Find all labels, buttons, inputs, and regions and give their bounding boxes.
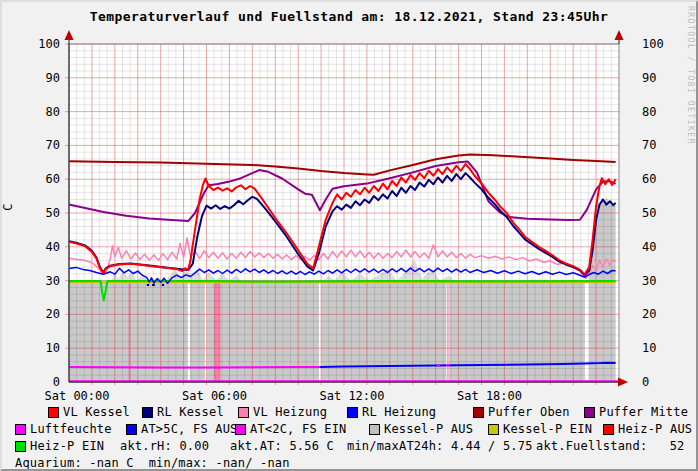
legend-label: AT<2C, FS EIN — [250, 422, 347, 436]
y-tick-label-left: 60 — [46, 172, 60, 186]
legend-row: LuftfeuchteAT>5C, FS AUSAT<2C, FS EINKes… — [15, 422, 692, 436]
chart-canvas: 0010102020303040405050606070708080909010… — [2, 2, 698, 471]
legend-label: min/maxAT24h: 4.44 / 5.75 — [347, 439, 533, 453]
legend-label: RL Heizung — [362, 405, 436, 419]
y-tick-label-left: 20 — [46, 307, 60, 321]
legend-item: AT>5C, FS AUS — [126, 422, 235, 436]
legend-stat: Aquarium: -nan C min/max: -nan/ -nan — [15, 456, 290, 470]
legend-row: VL KesselRL KesselVL HeizungRL HeizungPu… — [48, 405, 688, 419]
rrd-graph: Temperaturverlauf und Fuellstand am: 18.… — [0, 0, 698, 471]
legend-marker — [584, 407, 595, 418]
legend-item: Kessel-P AUS — [369, 422, 488, 436]
legend-stat: min/maxAT24h: 4.44 / 5.75 — [347, 439, 536, 453]
legend-item: Luftfeuchte — [15, 422, 126, 436]
legend-row: Aquarium: -nan C min/max: -nan/ -nan — [15, 456, 290, 470]
legend-label: Puffer Oben — [488, 405, 570, 419]
legend-label: Heiz-P AUS — [618, 422, 692, 436]
y-tick-label-left: 100 — [38, 37, 60, 51]
x-tick-label: Sat 12:00 — [319, 389, 384, 403]
y-tick-label-right: 50 — [642, 206, 656, 220]
legend-marker — [347, 407, 358, 418]
legend-stat: akt.Fuellstand: 52 — [536, 439, 685, 453]
legend-item: VL Kessel — [48, 405, 142, 419]
y-tick-label-right: 10 — [642, 341, 656, 355]
legend-label: Puffer Mitte — [599, 405, 688, 419]
y-tick-label-right: 20 — [642, 307, 656, 321]
legend-label: Luftfeuchte — [30, 422, 112, 436]
y-tick-label-right: 70 — [642, 138, 656, 152]
y-tick-label-left: 90 — [46, 71, 60, 85]
legend-label: akt.Fuellstand: 52 — [536, 439, 685, 453]
legend-marker — [369, 424, 380, 435]
y-tick-label-left: 70 — [46, 138, 60, 152]
legend-item: AT<2C, FS EIN — [235, 422, 369, 436]
legend-item: Puffer Oben — [473, 405, 584, 419]
heiz-p-aus-bar — [447, 281, 448, 382]
x-tick-label: Sat 18:00 — [457, 389, 522, 403]
legend-label: AT>5C, FS AUS — [141, 422, 238, 436]
legend-marker — [238, 407, 249, 418]
y-tick-label-right: 30 — [642, 274, 656, 288]
y-tick-label-right: 100 — [642, 37, 664, 51]
legend-label: Kessel-P AUS — [384, 422, 473, 436]
legend-label: Kessel-P EIN — [503, 422, 592, 436]
legend-item: Puffer Mitte — [584, 405, 688, 419]
legend-label: VL Heizung — [253, 405, 327, 419]
rrdtool-watermark: RRDTOOL / TOBI OETIKER — [686, 6, 695, 145]
legend-label: Heiz-P EIN — [30, 439, 104, 453]
y-tick-label-right: 90 — [642, 71, 656, 85]
legend-stat: akt.AT: 5.56 C — [230, 439, 347, 453]
y-tick-label-left: 80 — [46, 105, 60, 119]
legend-item: Heiz-P EIN — [15, 439, 120, 453]
legend-item: Heiz-P AUS — [603, 422, 692, 436]
legend-marker — [15, 424, 26, 435]
legend-label: Aquarium: -nan C min/max: -nan/ -nan — [15, 456, 290, 470]
y-axis-arrow-left — [65, 30, 74, 40]
legend-marker — [15, 441, 26, 452]
legend-marker — [235, 424, 246, 435]
legend-marker — [488, 424, 499, 435]
y-tick-label-right: 0 — [642, 375, 649, 389]
legend-item: RL Heizung — [347, 405, 473, 419]
legend-marker — [473, 407, 484, 418]
y-tick-label-right: 80 — [642, 105, 656, 119]
series-at-unter-2c-fs-ein — [69, 367, 320, 368]
legend-marker — [126, 424, 137, 435]
legend-item: VL Heizung — [238, 405, 347, 419]
legend-marker — [142, 407, 153, 418]
legend-label: RL Kessel — [157, 405, 224, 419]
legend-item: Kessel-P EIN — [488, 422, 603, 436]
y-tick-label-left: 0 — [53, 375, 60, 389]
y-tick-label-left: 50 — [46, 206, 60, 220]
legend-label: akt.rH: 0.00 — [120, 439, 209, 453]
legend-label: akt.AT: 5.56 C — [230, 439, 334, 453]
legend-marker — [48, 407, 59, 418]
y-axis-arrow-right — [615, 30, 624, 40]
legend-label: VL Kessel — [63, 405, 130, 419]
x-tick-label: Sat 06:00 — [182, 389, 247, 403]
y-tick-label-left: 40 — [46, 240, 60, 254]
y-tick-label-left: 30 — [46, 274, 60, 288]
x-tick-label: Sat 00:00 — [44, 389, 109, 403]
legend-stat: akt.rH: 0.00 — [120, 439, 230, 453]
legend-marker — [603, 424, 614, 435]
x-axis-arrow — [618, 378, 628, 387]
y-tick-label-right: 40 — [642, 240, 656, 254]
legend-row: Heiz-P EINakt.rH: 0.00akt.AT: 5.56 Cmin/… — [15, 439, 685, 453]
legend-item: RL Kessel — [142, 405, 238, 419]
y-tick-label-right: 60 — [642, 172, 656, 186]
y-tick-label-left: 10 — [46, 341, 60, 355]
